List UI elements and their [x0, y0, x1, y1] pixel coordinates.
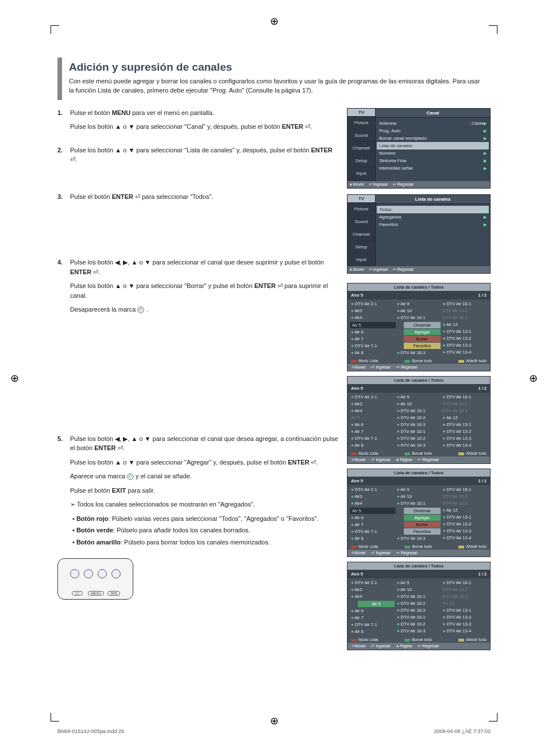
crop-mark	[489, 713, 497, 722]
step-number: 2.	[57, 145, 70, 169]
step-text: Pulse el botón ENTER ⏎ para seleccionar …	[70, 192, 339, 206]
crop-mark	[51, 25, 59, 34]
crop-mark	[489, 25, 497, 34]
step-text: Pulse los botón ◀, ▶, ▲ o ▼ para selecci…	[70, 434, 339, 550]
imprint-date: 2008-04-08 ¿ÀÈ 7:37:02	[434, 728, 491, 734]
remote-label: SRS	[107, 591, 120, 596]
step-text: Pulse los botón ◀, ▶, ▲ o ▼ para selecci…	[70, 258, 339, 319]
step-number: 5.	[57, 434, 70, 550]
channel-list-screenshot: Lista de canales / TodosAire 51 / 2DTV A…	[347, 469, 491, 557]
registration-mark-icon: ⊕	[270, 15, 279, 28]
step-number: 1.	[57, 108, 70, 136]
channel-list-screenshot: Lista de canales / TodosAire 51 / 2DTV A…	[347, 562, 491, 650]
step-number: 4.	[57, 258, 70, 319]
registration-mark-icon: ⊕	[270, 715, 279, 727]
registration-mark-icon: ⊕	[10, 372, 19, 385]
intro-text: Con este menú puede agregar y borrar los…	[69, 77, 484, 95]
step-text: Pulse el botón MENU para ver el menú en …	[70, 108, 339, 136]
channel-list-screenshot: Lista de canales / TodosAire 51 / 2DTV A…	[347, 376, 491, 464]
remote-label: CC	[72, 591, 83, 596]
channel-list-screenshot: Lista de canales / TodosAire 51 / 2DTV A…	[347, 283, 491, 371]
remote-label: MENU	[88, 591, 104, 596]
registration-mark-icon: ⊕	[529, 372, 538, 385]
page-title: Adición y supresión de canales	[69, 61, 484, 74]
imprint-file: BN68-01514J-00Spa.indd 29	[57, 728, 124, 734]
crop-mark	[51, 713, 59, 722]
osd-screenshot-lista: TV PictureSoundChannelSetupInput Lista d…	[347, 194, 491, 274]
remote-illustration: CC MENU SRS	[57, 558, 133, 600]
osd-screenshot-canal: TV PictureSoundChannelSetupInput Canal A…	[347, 108, 491, 189]
step-number: 3.	[57, 192, 70, 206]
step-text: Pulse los botón ▲ o ▼ para seleccionar "…	[70, 145, 339, 169]
